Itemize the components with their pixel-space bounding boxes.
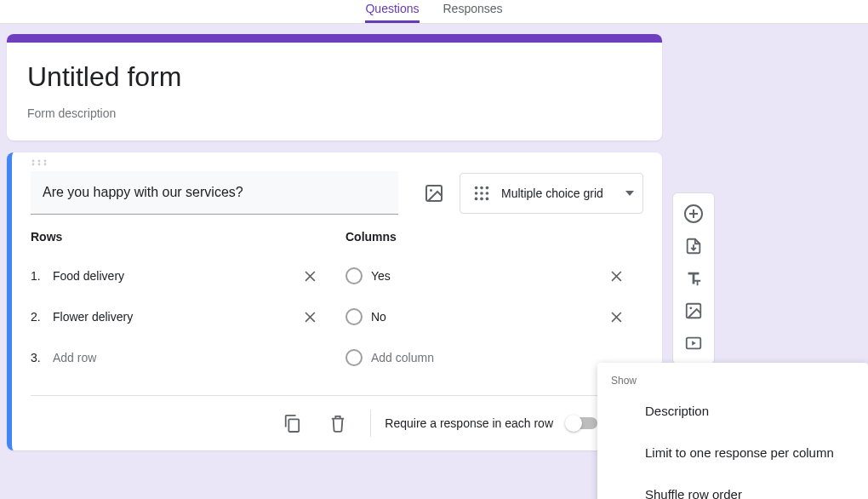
svg-point-2 [44,160,47,163]
duplicate-icon[interactable] [273,404,311,442]
require-toggle[interactable] [567,417,597,429]
grid-rows-column: Rows 1. Food delivery 2. Flower delivery [31,230,320,378]
svg-point-4 [38,163,41,166]
menu-item-limit-response[interactable]: Limit to one response per column [597,432,868,473]
menu-item-description[interactable]: Description [597,390,868,432]
svg-point-12 [480,192,483,195]
remove-column-icon[interactable] [606,266,626,286]
separator [370,410,371,437]
add-row-label: Add row [53,351,320,364]
question-card: Multiple choice grid Rows 1. Food delive… [7,152,662,450]
question-type-label: Multiple choice grid [501,186,615,200]
options-menu: Show Description Limit to one response p… [597,363,868,499]
menu-item-shuffle-rows[interactable]: Shuffle row order [597,473,868,499]
grid-dots-icon [472,184,491,203]
svg-point-9 [480,186,483,189]
form-title[interactable]: Untitled form [27,61,642,93]
form-description[interactable]: Form description [27,106,642,120]
radio-icon [345,267,363,284]
row-text[interactable]: Flower delivery [53,310,291,324]
remove-column-icon[interactable] [606,307,626,327]
svg-point-5 [44,163,47,166]
svg-point-11 [475,192,478,195]
svg-rect-17 [289,419,300,432]
rows-heading: Rows [31,230,320,244]
column-text[interactable]: No [371,310,597,324]
columns-heading: Columns [345,230,626,244]
editor-canvas: Untitled form Form description Multiple … [0,24,868,499]
svg-point-23 [689,307,692,309]
remove-row-icon[interactable] [300,266,320,286]
title-card[interactable]: Untitled form Form description [7,34,662,141]
row-item[interactable]: 1. Food delivery [31,255,320,296]
delete-icon[interactable] [319,404,357,442]
menu-section-label: Show [597,375,868,390]
tab-questions[interactable]: Questions [365,2,419,23]
svg-point-16 [486,197,489,200]
chevron-down-icon [625,191,634,196]
add-column[interactable]: Add column [345,337,626,378]
add-image-icon[interactable] [678,295,709,326]
import-questions-icon[interactable] [678,231,709,261]
add-video-icon[interactable] [678,328,709,358]
svg-point-1 [38,160,41,163]
svg-point-13 [486,192,489,195]
side-toolbar [672,192,715,364]
add-image-icon[interactable] [424,183,444,204]
tab-responses[interactable]: Responses [443,2,503,23]
row-number: 2. [31,310,44,324]
row-number: 1. [31,269,44,283]
question-footer: Require a response in each row [31,396,643,450]
require-row-label: Require a response in each row [385,416,553,430]
add-column-label: Add column [371,351,626,364]
svg-point-3 [32,163,35,166]
grid-columns-column: Columns Yes No Add co [345,230,626,378]
add-row[interactable]: 3. Add row [31,337,320,378]
column-text[interactable]: Yes [371,269,597,283]
svg-point-10 [486,186,489,189]
column-item[interactable]: Yes [345,255,626,296]
add-title-icon[interactable] [678,263,709,294]
add-question-icon[interactable] [678,198,709,229]
svg-point-15 [480,197,483,200]
column-item[interactable]: No [345,296,626,337]
svg-point-0 [32,160,35,163]
drag-handle-icon[interactable] [31,159,643,171]
radio-icon [345,308,363,325]
form-tabs: Questions Responses [0,0,868,24]
svg-point-14 [475,197,478,200]
remove-row-icon[interactable] [300,307,320,327]
question-text-input[interactable] [31,171,398,215]
radio-icon [345,349,363,366]
row-item[interactable]: 2. Flower delivery [31,296,320,337]
svg-point-7 [430,189,432,192]
question-type-select[interactable]: Multiple choice grid [460,173,643,214]
svg-point-8 [475,186,478,189]
row-text[interactable]: Food delivery [53,269,291,283]
row-number: 3. [31,351,44,364]
